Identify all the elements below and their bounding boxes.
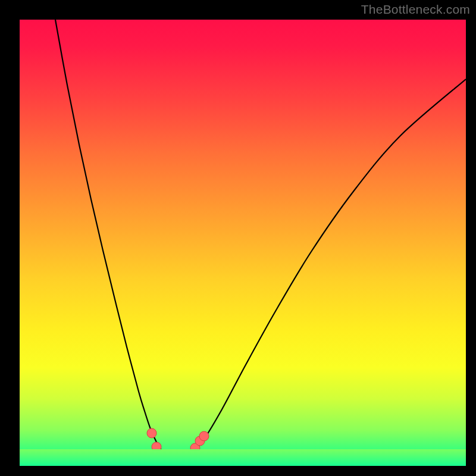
watermark-text: TheBottleneck.com [361, 2, 470, 17]
plot-area [20, 20, 466, 466]
data-pellet [199, 431, 209, 441]
green-band [20, 449, 466, 466]
outer-frame: TheBottleneck.com [0, 0, 476, 476]
data-pellet [147, 428, 156, 438]
bottleneck-curve [55, 20, 466, 460]
chart-canvas [20, 20, 466, 466]
